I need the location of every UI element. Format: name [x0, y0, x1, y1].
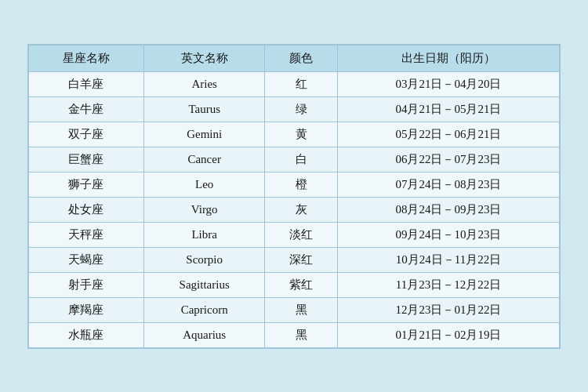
cell-cn-name: 射手座: [29, 272, 144, 297]
cell-color: 黑: [265, 322, 338, 347]
table-row: 狮子座Leo橙07月24日－08月23日: [29, 172, 560, 197]
cell-date: 06月22日－07月23日: [337, 147, 559, 172]
cell-color: 黑: [265, 297, 338, 322]
cell-en-name: Taurus: [143, 96, 265, 122]
cell-cn-name: 白羊座: [29, 71, 144, 96]
table-row: 天秤座Libra淡红09月24日－10月23日: [29, 222, 560, 247]
header-date: 出生日期（阳历）: [337, 45, 559, 71]
cell-en-name: Aquarius: [143, 322, 265, 347]
zodiac-table-container: 星座名称 英文名称 颜色 出生日期（阳历） 白羊座Aries红03月21日－04…: [27, 44, 561, 349]
cell-en-name: Scorpio: [143, 247, 265, 272]
zodiac-table: 星座名称 英文名称 颜色 出生日期（阳历） 白羊座Aries红03月21日－04…: [28, 45, 560, 348]
cell-cn-name: 天秤座: [29, 222, 144, 247]
cell-en-name: Capricorn: [143, 297, 265, 322]
cell-color: 橙: [265, 172, 338, 197]
cell-date: 10月24日－11月22日: [337, 247, 559, 272]
cell-date: 12月23日－01月22日: [337, 297, 559, 322]
cell-date: 11月23日－12月22日: [337, 272, 559, 297]
table-header-row: 星座名称 英文名称 颜色 出生日期（阳历）: [29, 45, 560, 71]
cell-cn-name: 狮子座: [29, 172, 144, 197]
cell-en-name: Cancer: [143, 147, 265, 172]
table-body: 白羊座Aries红03月21日－04月20日金牛座Taurus绿04月21日－0…: [29, 71, 560, 347]
cell-cn-name: 双子座: [29, 122, 144, 147]
cell-date: 01月21日－02月19日: [337, 322, 559, 347]
table-row: 巨蟹座Cancer白06月22日－07月23日: [29, 147, 560, 172]
table-row: 双子座Gemini黄05月22日－06月21日: [29, 122, 560, 147]
cell-color: 紫红: [265, 272, 338, 297]
cell-color: 白: [265, 147, 338, 172]
cell-date: 04月21日－05月21日: [337, 96, 559, 122]
table-row: 天蝎座Scorpio深红10月24日－11月22日: [29, 247, 560, 272]
table-row: 金牛座Taurus绿04月21日－05月21日: [29, 96, 560, 122]
cell-en-name: Virgo: [143, 197, 265, 222]
cell-color: 绿: [265, 96, 338, 122]
cell-color: 黄: [265, 122, 338, 147]
table-row: 处女座Virgo灰08月24日－09月23日: [29, 197, 560, 222]
cell-en-name: Gemini: [143, 122, 265, 147]
cell-color: 深红: [265, 247, 338, 272]
cell-cn-name: 摩羯座: [29, 297, 144, 322]
header-en-name: 英文名称: [143, 45, 265, 71]
cell-date: 07月24日－08月23日: [337, 172, 559, 197]
cell-date: 05月22日－06月21日: [337, 122, 559, 147]
cell-cn-name: 天蝎座: [29, 247, 144, 272]
cell-en-name: Leo: [143, 172, 265, 197]
cell-cn-name: 处女座: [29, 197, 144, 222]
cell-cn-name: 水瓶座: [29, 322, 144, 347]
cell-date: 08月24日－09月23日: [337, 197, 559, 222]
cell-en-name: Libra: [143, 222, 265, 247]
cell-date: 03月21日－04月20日: [337, 71, 559, 96]
table-row: 水瓶座Aquarius黑01月21日－02月19日: [29, 322, 560, 347]
cell-color: 灰: [265, 197, 338, 222]
cell-en-name: Sagittarius: [143, 272, 265, 297]
table-row: 摩羯座Capricorn黑12月23日－01月22日: [29, 297, 560, 322]
header-cn-name: 星座名称: [29, 45, 144, 71]
table-row: 射手座Sagittarius紫红11月23日－12月22日: [29, 272, 560, 297]
cell-cn-name: 金牛座: [29, 96, 144, 122]
cell-color: 红: [265, 71, 338, 96]
cell-en-name: Aries: [143, 71, 265, 96]
cell-date: 09月24日－10月23日: [337, 222, 559, 247]
table-row: 白羊座Aries红03月21日－04月20日: [29, 71, 560, 96]
header-color: 颜色: [265, 45, 338, 71]
cell-cn-name: 巨蟹座: [29, 147, 144, 172]
cell-color: 淡红: [265, 222, 338, 247]
